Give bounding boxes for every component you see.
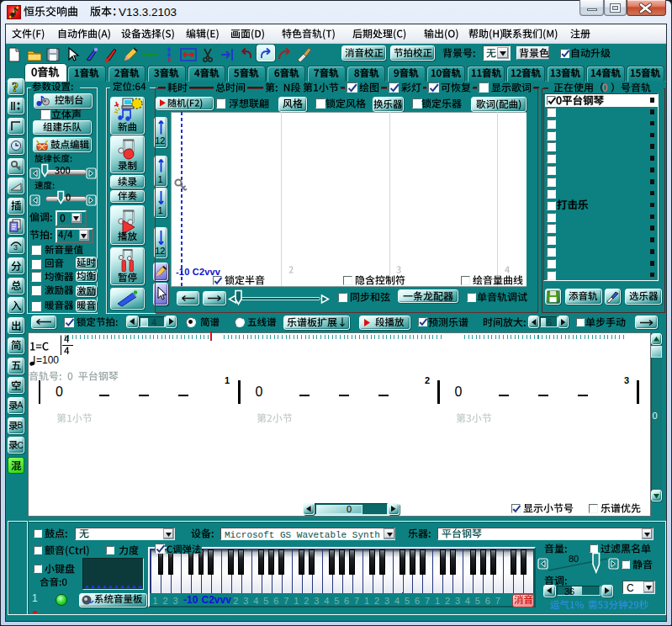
svg-text:3: 3 <box>13 243 18 252</box>
svg-text:?: ? <box>12 80 19 94</box>
